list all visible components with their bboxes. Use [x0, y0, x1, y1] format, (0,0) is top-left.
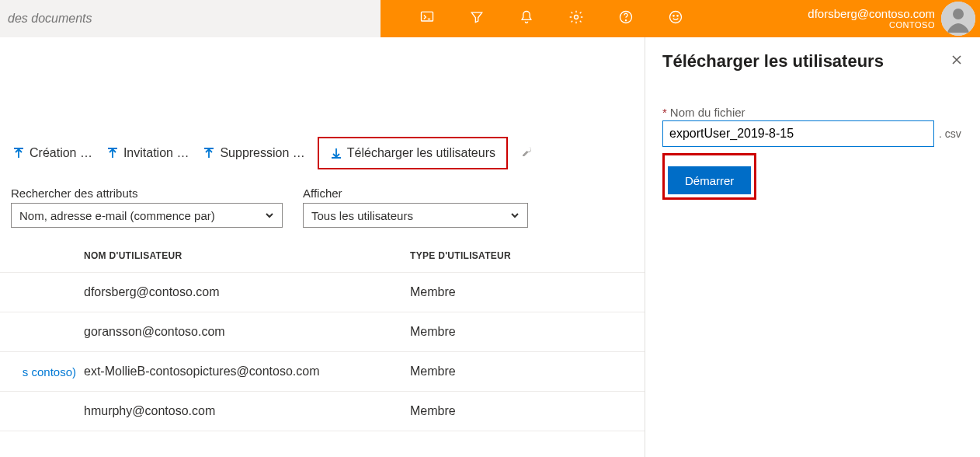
help-icon[interactable]	[618, 9, 634, 28]
svg-point-4	[670, 12, 682, 23]
cell-username: dforsberg@contoso.com	[84, 285, 410, 299]
cell-type: Membre	[410, 325, 565, 339]
cell-type: Membre	[410, 404, 565, 418]
download-panel: Télécharger les utilisateurs *Nom du fic…	[645, 37, 980, 457]
show-selected: Tous les utilisateurs	[311, 209, 413, 222]
svg-point-6	[677, 16, 678, 16]
start-button[interactable]: Démarrer	[668, 166, 751, 194]
filename-field: *Nom du fichier . csv Démarrer	[662, 106, 963, 200]
cloud-shell-icon[interactable]	[419, 9, 435, 28]
search-attributes-label: Rechercher des attributs	[11, 187, 283, 200]
account-block[interactable]: dforsberg@contoso.com CONTOSO	[808, 2, 980, 36]
topbar-icon-group	[419, 9, 683, 28]
close-icon[interactable]	[950, 54, 963, 69]
notifications-icon[interactable]	[519, 9, 534, 28]
account-email: dforsberg@contoso.com	[808, 7, 935, 20]
filter-icon[interactable]	[469, 9, 485, 28]
start-button-highlight: Démarrer	[662, 153, 756, 200]
svg-point-3	[626, 20, 627, 21]
svg-point-5	[673, 16, 674, 16]
settings-icon[interactable]	[568, 9, 584, 28]
search-attributes-group: Rechercher des attributs Nom, adresse e-…	[11, 187, 283, 228]
invite-label: Invitation …	[123, 146, 189, 160]
search-attributes-dropdown[interactable]: Nom, adresse e-mail (commence par)	[11, 203, 283, 228]
row-lead: s contoso)	[0, 365, 84, 379]
show-group: Afficher Tous les utilisateurs	[303, 187, 528, 228]
account-tenant: CONTOSO	[808, 20, 935, 30]
delete-label: Suppression …	[220, 146, 304, 160]
cell-type: Membre	[410, 365, 565, 379]
show-label: Afficher	[303, 187, 528, 200]
col-header-username: NOM D'UTILISATEUR	[84, 250, 410, 261]
col-header-type: TYPE D'UTILISATEUR	[410, 250, 565, 261]
show-dropdown[interactable]: Tous les utilisateurs	[303, 203, 528, 228]
global-search-input[interactable]	[0, 0, 381, 37]
reset-password-button[interactable]	[519, 141, 536, 165]
chevron-down-icon	[265, 209, 274, 222]
top-header: dforsberg@contoso.com CONTOSO	[0, 0, 980, 37]
create-button[interactable]: Création …	[11, 143, 94, 163]
svg-rect-0	[422, 12, 433, 21]
filter-row: Rechercher des attributs Nom, adresse e-…	[11, 187, 528, 228]
search-attributes-selected: Nom, adresse e-mail (commence par)	[19, 209, 215, 222]
cell-username: ext-MollieB-contosopictures@contoso.com	[84, 365, 410, 379]
svg-point-1	[575, 16, 579, 19]
cell-username: hmurphy@contoso.com	[84, 404, 410, 418]
download-label: Télécharger les utilisateurs	[347, 146, 495, 160]
key-icon	[520, 145, 534, 162]
invite-button[interactable]: Invitation …	[105, 143, 190, 163]
filename-label: *Nom du fichier	[662, 106, 963, 119]
filename-input[interactable]	[662, 120, 934, 147]
cell-username: goransson@contoso.com	[84, 325, 410, 339]
svg-point-8	[953, 9, 964, 19]
command-toolbar: Création … Invitation … Suppression … Té…	[11, 137, 536, 169]
global-search-wrap	[0, 0, 381, 37]
panel-title: Télécharger les utilisateurs	[662, 51, 884, 72]
cell-type: Membre	[410, 285, 565, 299]
feedback-icon[interactable]	[668, 9, 683, 28]
create-label: Création …	[30, 146, 92, 160]
chevron-down-icon	[510, 209, 520, 222]
file-extension: . csv	[939, 127, 961, 140]
delete-button[interactable]: Suppression …	[201, 143, 306, 163]
avatar[interactable]	[941, 2, 975, 36]
download-users-button[interactable]: Télécharger les utilisateurs	[318, 137, 508, 169]
